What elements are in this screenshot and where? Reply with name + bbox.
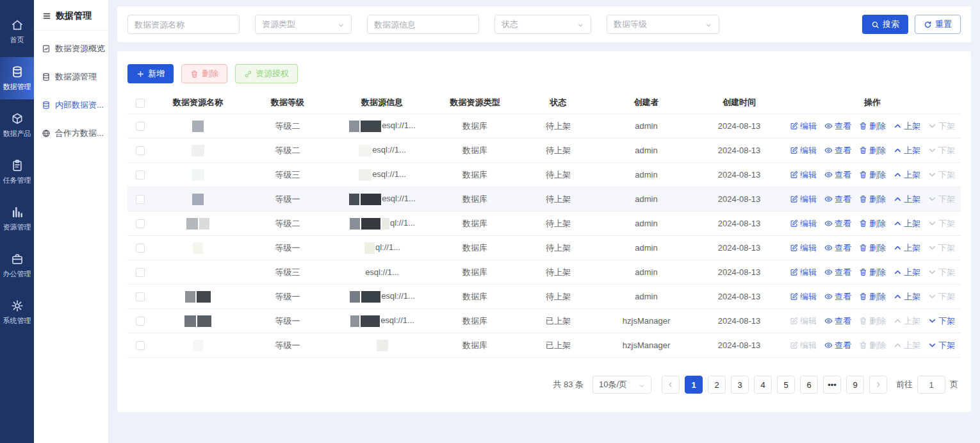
- redacted-block: [349, 121, 359, 132]
- sidebar-item-clipboard[interactable]: 任务管理: [0, 151, 34, 193]
- row-checkbox[interactable]: [136, 195, 145, 204]
- page-button-1[interactable]: 1: [685, 376, 703, 394]
- edit-action[interactable]: 编辑: [790, 121, 817, 132]
- up-action[interactable]: 上架: [894, 145, 920, 156]
- view-action[interactable]: 查看: [824, 169, 851, 181]
- page-button-5[interactable]: 5: [777, 376, 795, 394]
- redacted-block: [361, 291, 380, 303]
- view-action[interactable]: 查看: [824, 242, 851, 254]
- eye-icon: [824, 219, 833, 228]
- delete-action[interactable]: 删除: [859, 267, 886, 278]
- row-checkbox[interactable]: [136, 171, 145, 180]
- view-action[interactable]: 查看: [824, 218, 851, 230]
- page-size-select[interactable]: 10条/页: [592, 376, 651, 394]
- data-level-select[interactable]: 数据等级: [607, 15, 719, 34]
- row-checkbox[interactable]: [136, 268, 145, 277]
- row-checkbox[interactable]: [136, 219, 145, 228]
- delete-action[interactable]: 删除: [859, 218, 886, 230]
- redacted-block: [186, 218, 198, 230]
- prev-page-button[interactable]: [662, 376, 680, 394]
- edit-action[interactable]: 编辑: [790, 267, 817, 278]
- up-action[interactable]: 上架: [894, 121, 920, 132]
- view-action[interactable]: 查看: [824, 291, 851, 303]
- page-button-2[interactable]: 2: [708, 376, 726, 394]
- chev-down-icon: [928, 341, 936, 349]
- page-button-6[interactable]: 6: [800, 376, 818, 394]
- ops-cell: 编辑查看删除上架下架: [784, 309, 961, 333]
- sidebar-item-home[interactable]: 首页: [0, 10, 34, 53]
- resource-type-select[interactable]: 资源类型: [255, 15, 352, 34]
- row-checkbox[interactable]: [136, 292, 145, 301]
- select-all-checkbox[interactable]: [136, 99, 145, 108]
- add-button[interactable]: 新增: [127, 64, 174, 83]
- delete-action[interactable]: 删除: [859, 242, 886, 254]
- row-checkbox[interactable]: [136, 244, 145, 253]
- row-checkbox[interactable]: [136, 122, 145, 131]
- next-page-button[interactable]: [869, 376, 887, 394]
- delete-action[interactable]: 删除: [859, 169, 886, 181]
- edit-action[interactable]: 编辑: [790, 242, 817, 254]
- view-action[interactable]: 查看: [824, 121, 851, 132]
- view-action[interactable]: 查看: [824, 340, 851, 351]
- up-action[interactable]: 上架: [894, 218, 920, 230]
- redacted-block: [193, 340, 203, 351]
- resource-name-input[interactable]: [127, 15, 240, 34]
- down-action[interactable]: 下架: [928, 340, 955, 351]
- sidebar-item-cube[interactable]: 数据产品: [0, 104, 34, 146]
- sidebar-item-briefcase[interactable]: 办公管理: [0, 244, 34, 287]
- goto-page-input[interactable]: [917, 376, 945, 394]
- view-action[interactable]: 查看: [824, 315, 851, 327]
- page-button-9[interactable]: 9: [846, 376, 864, 394]
- edit-action[interactable]: 编辑: [790, 291, 817, 303]
- sidebar-item-database[interactable]: 数据管理: [0, 57, 34, 99]
- action-label: 上架: [904, 340, 920, 351]
- edit-action[interactable]: 编辑: [790, 169, 817, 181]
- action-label: 删除: [869, 218, 886, 230]
- search-button[interactable]: 搜索: [862, 15, 908, 34]
- sidebar-item-chart[interactable]: 资源管理: [0, 197, 34, 240]
- page-button-4[interactable]: 4: [754, 376, 772, 394]
- sidebar-item-gear[interactable]: 系统管理: [0, 291, 34, 333]
- delete-action[interactable]: 删除: [859, 194, 886, 205]
- source-cell: esql://1...: [332, 163, 432, 187]
- view-action[interactable]: 查看: [824, 145, 851, 156]
- up-action[interactable]: 上架: [894, 169, 920, 181]
- down-action: 下架: [928, 121, 955, 132]
- status-select[interactable]: 状态: [494, 15, 591, 34]
- reset-button[interactable]: 重置: [915, 15, 961, 34]
- edit-action: 编辑: [790, 315, 817, 327]
- redacted-block: [197, 291, 211, 303]
- view-action[interactable]: 查看: [824, 267, 851, 278]
- source-info-input[interactable]: [367, 15, 479, 34]
- down-action[interactable]: 下架: [928, 315, 955, 327]
- page-ellipsis[interactable]: •••: [823, 376, 841, 394]
- submenu-item-3[interactable]: 合作方数据...: [34, 119, 108, 147]
- authorize-button[interactable]: 资源授权: [235, 64, 298, 83]
- delete-button[interactable]: 删除: [181, 64, 227, 83]
- row-checkbox[interactable]: [136, 341, 145, 350]
- table-body: 等级二esql://1...数据库待上架admin2024-08-13编辑查看删…: [127, 114, 961, 358]
- up-action[interactable]: 上架: [894, 242, 920, 254]
- edit-action[interactable]: 编辑: [790, 194, 817, 205]
- view-action[interactable]: 查看: [824, 194, 851, 205]
- delete-action[interactable]: 删除: [859, 145, 886, 156]
- row-checkbox[interactable]: [136, 146, 145, 155]
- action-label: 下架: [938, 267, 955, 278]
- edit-action[interactable]: 编辑: [790, 218, 817, 230]
- sidebar-item-label: 任务管理: [3, 176, 31, 185]
- up-action[interactable]: 上架: [894, 267, 920, 278]
- page-button-3[interactable]: 3: [731, 376, 749, 394]
- level-cell: 等级二: [243, 138, 332, 163]
- name-cell: [153, 309, 243, 333]
- submenu-item-2[interactable]: 内部数据资...: [34, 91, 108, 119]
- submenu-item-0[interactable]: 数据资源概览: [34, 35, 108, 63]
- globe-icon: [42, 129, 51, 138]
- delete-action[interactable]: 删除: [859, 291, 886, 303]
- up-action[interactable]: 上架: [894, 194, 920, 205]
- status-cell: 待上架: [518, 212, 598, 236]
- delete-action[interactable]: 删除: [859, 121, 886, 132]
- edit-action[interactable]: 编辑: [790, 145, 817, 156]
- up-action[interactable]: 上架: [894, 291, 920, 303]
- submenu-item-1[interactable]: 数据源管理: [34, 63, 108, 91]
- row-checkbox[interactable]: [136, 317, 145, 326]
